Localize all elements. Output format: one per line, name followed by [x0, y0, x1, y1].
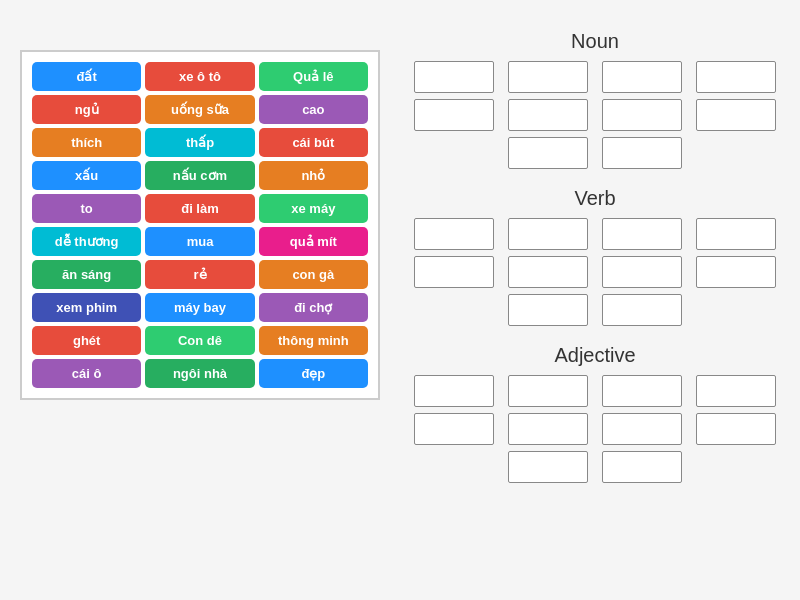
word-chip[interactable]: đất: [32, 62, 141, 91]
word-chip[interactable]: đẹp: [259, 359, 368, 388]
word-chip[interactable]: cái ô: [32, 359, 141, 388]
word-chip[interactable]: thông minh: [259, 326, 368, 355]
drop-box[interactable]: [414, 99, 494, 131]
drop-box[interactable]: [508, 294, 588, 326]
drop-box[interactable]: [602, 375, 682, 407]
drop-box[interactable]: [602, 451, 682, 483]
drop-box[interactable]: [508, 137, 588, 169]
word-chip[interactable]: nấu cơm: [145, 161, 254, 190]
drop-box[interactable]: [414, 256, 494, 288]
word-chip[interactable]: quả mít: [259, 227, 368, 256]
drop-box[interactable]: [508, 413, 588, 445]
word-chip[interactable]: rẻ: [145, 260, 254, 289]
category-section-adjective: Adjective: [410, 344, 780, 489]
word-chip[interactable]: xe ô tô: [145, 62, 254, 91]
word-chip[interactable]: ăn sáng: [32, 260, 141, 289]
drop-box[interactable]: [414, 413, 494, 445]
drop-box[interactable]: [696, 375, 776, 407]
word-chip[interactable]: cao: [259, 95, 368, 124]
drop-box[interactable]: [602, 294, 682, 326]
drop-box[interactable]: [696, 413, 776, 445]
drop-row: [410, 413, 780, 445]
drop-row: [410, 256, 780, 288]
drop-box[interactable]: [414, 61, 494, 93]
drop-box[interactable]: [602, 61, 682, 93]
drop-box[interactable]: [602, 256, 682, 288]
word-chip[interactable]: cái bút: [259, 128, 368, 157]
word-chip[interactable]: xem phim: [32, 293, 141, 322]
drop-box[interactable]: [508, 218, 588, 250]
drop-box[interactable]: [602, 218, 682, 250]
word-chip[interactable]: đi làm: [145, 194, 254, 223]
word-chip[interactable]: đi chợ: [259, 293, 368, 322]
drop-row: [410, 375, 780, 407]
category-section-verb: Verb: [410, 187, 780, 332]
drop-box[interactable]: [508, 256, 588, 288]
drop-box[interactable]: [602, 413, 682, 445]
drop-box[interactable]: [696, 218, 776, 250]
word-chip[interactable]: dễ thương: [32, 227, 141, 256]
word-chip[interactable]: Con dê: [145, 326, 254, 355]
drop-box[interactable]: [508, 99, 588, 131]
word-chip[interactable]: ngôi nhà: [145, 359, 254, 388]
drop-box[interactable]: [414, 375, 494, 407]
word-chip[interactable]: Quả lê: [259, 62, 368, 91]
drop-box[interactable]: [696, 99, 776, 131]
word-chip[interactable]: máy bay: [145, 293, 254, 322]
drop-box[interactable]: [508, 451, 588, 483]
word-panel: đấtxe ô tôQuả lêngủuống sữacaothíchthấpc…: [20, 50, 380, 400]
drop-row: [410, 218, 780, 250]
drop-box[interactable]: [602, 99, 682, 131]
word-chip[interactable]: nhỏ: [259, 161, 368, 190]
category-title: Verb: [410, 187, 780, 210]
word-chip[interactable]: ngủ: [32, 95, 141, 124]
category-title: Adjective: [410, 344, 780, 367]
drop-box[interactable]: [602, 137, 682, 169]
category-title: Noun: [410, 30, 780, 53]
word-chip[interactable]: uống sữa: [145, 95, 254, 124]
word-chip[interactable]: xấu: [32, 161, 141, 190]
drop-row: [410, 99, 780, 131]
category-section-noun: Noun: [410, 30, 780, 175]
drop-row: [410, 451, 780, 483]
drop-box[interactable]: [414, 218, 494, 250]
drop-box[interactable]: [508, 375, 588, 407]
drop-row: [410, 61, 780, 93]
word-chip[interactable]: thích: [32, 128, 141, 157]
drop-row: [410, 137, 780, 169]
word-chip[interactable]: xe máy: [259, 194, 368, 223]
word-chip[interactable]: thấp: [145, 128, 254, 157]
word-chip[interactable]: con gà: [259, 260, 368, 289]
drop-box[interactable]: [508, 61, 588, 93]
word-chip[interactable]: to: [32, 194, 141, 223]
word-chip[interactable]: mua: [145, 227, 254, 256]
drop-row: [410, 294, 780, 326]
word-grid: đấtxe ô tôQuả lêngủuống sữacaothíchthấpc…: [32, 62, 368, 388]
word-chip[interactable]: ghét: [32, 326, 141, 355]
right-panel: NounVerbAdjective: [410, 30, 780, 501]
drop-box[interactable]: [696, 256, 776, 288]
drop-box[interactable]: [696, 61, 776, 93]
